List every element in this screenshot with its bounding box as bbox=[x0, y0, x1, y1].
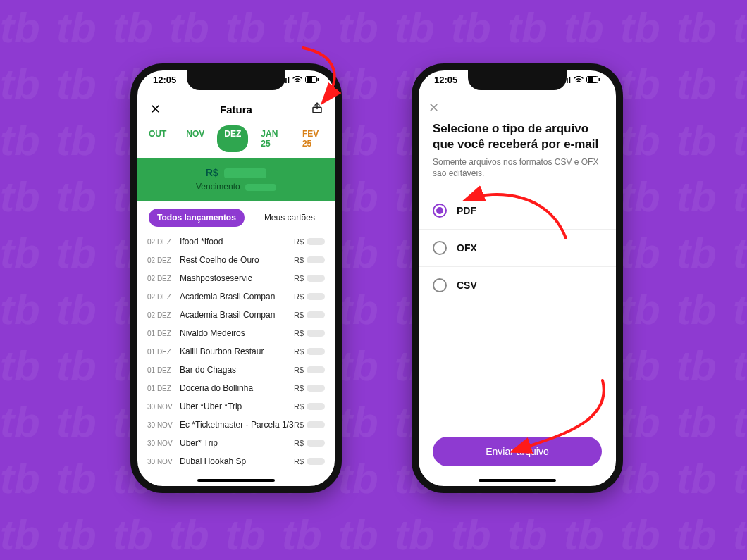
wifi-icon bbox=[574, 75, 584, 85]
tx-name: Academia Brasil Compan bbox=[180, 292, 294, 301]
close-button[interactable]: ✕ bbox=[147, 101, 163, 117]
transaction-row[interactable]: 30 NOVUber* TripR$ bbox=[147, 434, 325, 452]
tab-my-cards[interactable]: Meus cartões bbox=[256, 209, 323, 227]
tx-amount: R$ bbox=[294, 274, 325, 282]
share-icon[interactable] bbox=[309, 101, 325, 118]
tx-amount-hidden bbox=[307, 238, 325, 245]
transaction-list[interactable]: 02 DEZIfood *IfoodR$02 DEZRest Coelho de… bbox=[137, 232, 335, 471]
tx-amount: R$ bbox=[294, 237, 325, 246]
wifi-icon bbox=[292, 75, 302, 85]
tx-amount: R$ bbox=[294, 421, 325, 429]
radio-icon bbox=[433, 204, 447, 218]
header-row: ✕ Fatura bbox=[137, 94, 335, 124]
tx-date: 01 DEZ bbox=[147, 366, 180, 374]
tx-name: Dubai Hookah Sp bbox=[180, 456, 294, 466]
tx-name: Kalili Bourbon Restaur bbox=[180, 347, 294, 356]
option-ofx[interactable]: OFX bbox=[419, 230, 616, 267]
tx-date: 30 NOV bbox=[147, 458, 180, 466]
filter-tabs: Todos lançamentos Meus cartões bbox=[137, 201, 335, 232]
transaction-row[interactable]: 30 NOVDubai Hookah SpR$ bbox=[147, 452, 325, 471]
option-pdf[interactable]: PDF bbox=[419, 192, 616, 230]
transaction-row[interactable]: 02 DEZRest Coelho de OuroR$ bbox=[147, 251, 325, 269]
transaction-row[interactable]: 02 DEZAcademia Brasil CompanR$ bbox=[147, 287, 325, 306]
tx-name: Ifood *Ifood bbox=[180, 237, 294, 247]
tx-name: Rest Coelho de Ouro bbox=[180, 255, 294, 265]
transaction-row[interactable]: 02 DEZIfood *IfoodR$ bbox=[147, 232, 325, 251]
tx-amount-hidden bbox=[307, 458, 325, 465]
svg-rect-5 bbox=[599, 78, 600, 81]
month-tab-nov[interactable]: NOV bbox=[179, 125, 211, 152]
svg-rect-2 bbox=[307, 77, 312, 82]
battery-icon bbox=[305, 75, 319, 85]
tx-amount: R$ bbox=[294, 384, 325, 392]
phone-filetype: 12:05 .ıl ✕ Selecione o tipo de arquivo … bbox=[412, 63, 623, 493]
radio-icon bbox=[433, 241, 447, 255]
tx-amount-hidden bbox=[307, 293, 325, 300]
tx-amount: R$ bbox=[294, 256, 325, 264]
battery-icon bbox=[586, 75, 600, 85]
status-indicators: .ıl bbox=[564, 75, 600, 85]
transaction-row[interactable]: 30 NOVUber *Uber *TripR$ bbox=[147, 397, 325, 416]
tx-amount-hidden bbox=[307, 330, 325, 337]
tx-name: Bar do Chagas bbox=[180, 365, 294, 375]
tx-amount-hidden bbox=[307, 348, 325, 355]
amount-hidden bbox=[224, 168, 266, 178]
tx-name: Uber *Uber *Trip bbox=[180, 402, 294, 411]
tx-name: Doceria do Bollinha bbox=[180, 383, 294, 393]
due-label: Vencimento bbox=[196, 182, 240, 192]
tx-amount: R$ bbox=[294, 439, 325, 447]
tx-amount: R$ bbox=[294, 366, 325, 374]
tx-name: Nivaldo Medeiros bbox=[180, 328, 294, 338]
transaction-row[interactable]: 30 NOVEc *Ticketmaster - Parcela 1/3R$ bbox=[147, 416, 325, 434]
notch bbox=[187, 70, 285, 90]
tx-date: 02 DEZ bbox=[147, 238, 180, 246]
tx-amount-hidden bbox=[307, 275, 325, 282]
month-tab-jan25[interactable]: JAN 25 bbox=[254, 125, 290, 152]
tx-date: 30 NOV bbox=[147, 440, 180, 447]
tx-name: Ec *Ticketmaster - Parcela 1/3 bbox=[180, 420, 294, 430]
status-time: 12:05 bbox=[434, 75, 457, 85]
transaction-row[interactable]: 01 DEZKalili Bourbon RestaurR$ bbox=[147, 342, 325, 361]
tx-amount: R$ bbox=[294, 292, 325, 301]
tx-amount: R$ bbox=[294, 457, 325, 466]
tx-amount: R$ bbox=[294, 329, 325, 337]
transaction-row[interactable]: 02 DEZAcademia Brasil CompanR$ bbox=[147, 306, 325, 324]
tx-amount-hidden bbox=[307, 256, 325, 263]
transaction-row[interactable]: 01 DEZDoceria do BollinhaR$ bbox=[147, 379, 325, 397]
invoice-summary: R$ Vencimento bbox=[137, 158, 335, 201]
transaction-row[interactable]: 01 DEZNivaldo MedeirosR$ bbox=[147, 324, 325, 342]
due-hidden bbox=[245, 184, 276, 191]
month-tabs: OUTNOVDEZJAN 25FEV 25 bbox=[137, 124, 335, 158]
transaction-row[interactable]: 01 DEZBar do ChagasR$ bbox=[147, 361, 325, 379]
tx-amount: R$ bbox=[294, 402, 325, 411]
tx-date: 30 NOV bbox=[147, 421, 180, 429]
page-subtitle: Somente arquivos nos formatos CSV e OFX … bbox=[433, 156, 602, 179]
tx-amount: R$ bbox=[294, 347, 325, 356]
tx-name: Mashpostoseservic bbox=[180, 273, 294, 283]
svg-rect-1 bbox=[318, 78, 319, 81]
month-tab-fev25[interactable]: FEV 25 bbox=[295, 125, 331, 152]
tx-date: 01 DEZ bbox=[147, 330, 180, 337]
tx-date: 02 DEZ bbox=[147, 293, 180, 301]
tab-all-transactions[interactable]: Todos lançamentos bbox=[149, 209, 245, 227]
option-csv[interactable]: CSV bbox=[419, 267, 616, 304]
option-label: OFX bbox=[457, 242, 477, 254]
amount-prefix: R$ bbox=[206, 167, 218, 178]
tx-date: 30 NOV bbox=[147, 403, 180, 411]
tx-amount-hidden bbox=[307, 366, 325, 373]
tx-amount-hidden bbox=[307, 311, 325, 318]
tx-date: 02 DEZ bbox=[147, 311, 180, 319]
month-tab-out[interactable]: OUT bbox=[142, 125, 173, 152]
status-indicators: .ıl bbox=[283, 75, 319, 85]
svg-rect-6 bbox=[588, 77, 593, 82]
tx-amount-hidden bbox=[307, 440, 325, 447]
month-tab-dez[interactable]: DEZ bbox=[217, 125, 248, 152]
page-title: Selecione o tipo de arquivo que você rec… bbox=[433, 121, 602, 152]
send-file-button[interactable]: Enviar arquivo bbox=[433, 437, 602, 466]
tx-amount: R$ bbox=[294, 311, 325, 319]
transaction-row[interactable]: 02 DEZMashpostoseservicR$ bbox=[147, 269, 325, 287]
tx-amount-hidden bbox=[307, 403, 325, 410]
close-button[interactable]: ✕ bbox=[419, 94, 616, 116]
tx-amount-hidden bbox=[307, 421, 325, 428]
option-label: PDF bbox=[457, 205, 476, 216]
